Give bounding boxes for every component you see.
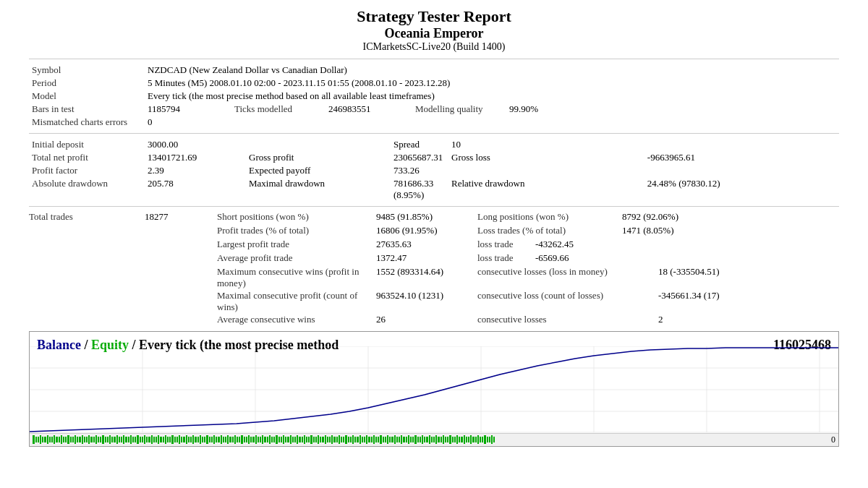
ticks-label: Ticks modelled bbox=[231, 103, 326, 116]
max-consec-loss-value: -345661.34 (17) bbox=[658, 290, 720, 301]
report-subtitle: Oceania Emperor bbox=[29, 26, 839, 41]
short-value: 9485 (91.85%) bbox=[376, 211, 477, 223]
ticks-value: 246983551 bbox=[326, 103, 412, 116]
avg-consec-wins-value: 26 bbox=[376, 314, 477, 325]
total-net-profit-label: Total net profit bbox=[29, 151, 145, 164]
max-consec-losses-value: 18 (-335504.51) bbox=[658, 266, 720, 278]
chart-area: Balance / Equity / Every tick (the most … bbox=[29, 331, 839, 447]
largest-profit-label: Largest profit trade bbox=[217, 239, 376, 250]
spread-value: 10 bbox=[448, 138, 644, 151]
symbol-value: NZDCAD (New Zealand Dollar vs Canadian D… bbox=[145, 64, 839, 77]
quality-label: Modelling quality bbox=[412, 103, 506, 116]
avg-consec-losses-value: 2 bbox=[658, 314, 663, 325]
report-header: Strategy Tester Report Oceania Emperor I… bbox=[29, 7, 839, 53]
info-table: Symbol NZDCAD (New Zealand Dollar vs Can… bbox=[29, 64, 839, 129]
mismatch-value: 0 bbox=[145, 116, 231, 129]
long-value: 8792 (92.06%) bbox=[622, 211, 678, 223]
max-consec-profit-label: Maximal consecutive profit (count of win… bbox=[217, 290, 376, 313]
symbol-label: Symbol bbox=[29, 64, 145, 77]
avg-profit-value: 1372.47 bbox=[376, 252, 477, 264]
avg-consec-wins-label: Average consecutive wins bbox=[217, 314, 376, 325]
avg-loss-value: -6569.66 bbox=[535, 252, 569, 264]
profit-factor-value: 2.39 bbox=[145, 164, 246, 177]
gross-profit-value: 23065687.31 bbox=[391, 151, 448, 164]
report-build: ICMarketsSC-Live20 (Build 1400) bbox=[29, 41, 839, 53]
max-consec-wins-label: Maximum consecutive wins (profit in mone… bbox=[217, 266, 376, 289]
rel-drawdown-label: Relative drawdown bbox=[448, 177, 644, 202]
period-value: 5 Minutes (M5) 2008.01.10 02:00 - 2023.1… bbox=[145, 77, 839, 90]
bars-label: Bars in test bbox=[29, 103, 145, 116]
spread-label: Spread bbox=[391, 138, 448, 151]
max-consec-wins-value: 1552 (893314.64) bbox=[376, 266, 477, 278]
gross-loss-label: Gross loss bbox=[448, 151, 644, 164]
max-drawdown-label: Maximal drawdown bbox=[246, 177, 391, 202]
avg-consec-losses-label: consecutive losses bbox=[477, 314, 658, 325]
rel-drawdown-value: 24.48% (97830.12) bbox=[644, 177, 839, 202]
profit-trades-label: Profit trades (% of total) bbox=[217, 225, 376, 236]
max-consec-loss-label: consecutive loss (count of losses) bbox=[477, 290, 658, 301]
model-value: Every tick (the most precise method base… bbox=[145, 90, 839, 103]
profit-trades-value: 16806 (91.95%) bbox=[376, 225, 477, 236]
largest-loss-value: -43262.45 bbox=[535, 239, 574, 250]
bars-value: 1185794 bbox=[145, 103, 231, 116]
trades-block: Total trades 18277 Short positions (won … bbox=[29, 211, 839, 327]
financials-table: Initial deposit 3000.00 Spread 10 Total … bbox=[29, 138, 839, 202]
avg-profit-label: Average profit trade bbox=[217, 252, 376, 264]
max-drawdown-value: 781686.33 (8.95%) bbox=[391, 177, 448, 202]
gross-profit-label: Gross profit bbox=[246, 151, 391, 164]
chart-svg bbox=[30, 346, 838, 433]
gross-loss-value: -9663965.61 bbox=[644, 151, 839, 164]
model-label: Model bbox=[29, 90, 145, 103]
total-net-profit-value: 13401721.69 bbox=[145, 151, 246, 164]
loss-trades-label: Loss trades (% of total) bbox=[477, 225, 622, 236]
initial-deposit-label: Initial deposit bbox=[29, 138, 145, 151]
largest-loss-label: loss trade bbox=[477, 239, 535, 250]
chart-zero-label: 0 bbox=[831, 435, 835, 445]
abs-drawdown-value: 205.78 bbox=[145, 177, 246, 202]
abs-drawdown-label: Absolute drawdown bbox=[29, 177, 145, 202]
avg-loss-label: loss trade bbox=[477, 252, 535, 264]
loss-trades-value: 1471 (8.05%) bbox=[622, 225, 674, 236]
profit-factor-label: Profit factor bbox=[29, 164, 145, 177]
total-trades-value: 18277 bbox=[145, 211, 217, 223]
total-trades-label: Total trades bbox=[29, 211, 145, 223]
period-label: Period bbox=[29, 77, 145, 90]
short-label: Short positions (won %) bbox=[217, 211, 376, 223]
report-title: Strategy Tester Report bbox=[29, 7, 839, 26]
expected-payoff-label: Expected payoff bbox=[246, 164, 391, 177]
chart-bottom-bar: 0 bbox=[30, 433, 838, 446]
largest-profit-value: 27635.63 bbox=[376, 239, 477, 250]
expected-payoff-value: 733.26 bbox=[391, 164, 448, 177]
mismatch-label: Mismatched charts errors bbox=[29, 116, 145, 129]
long-label: Long positions (won %) bbox=[477, 211, 622, 223]
max-consec-profit-value: 963524.10 (1231) bbox=[376, 290, 477, 301]
max-consec-losses-label: consecutive losses (loss in money) bbox=[477, 266, 658, 278]
initial-deposit-value: 3000.00 bbox=[145, 138, 246, 151]
quality-value: 99.90% bbox=[506, 103, 839, 116]
